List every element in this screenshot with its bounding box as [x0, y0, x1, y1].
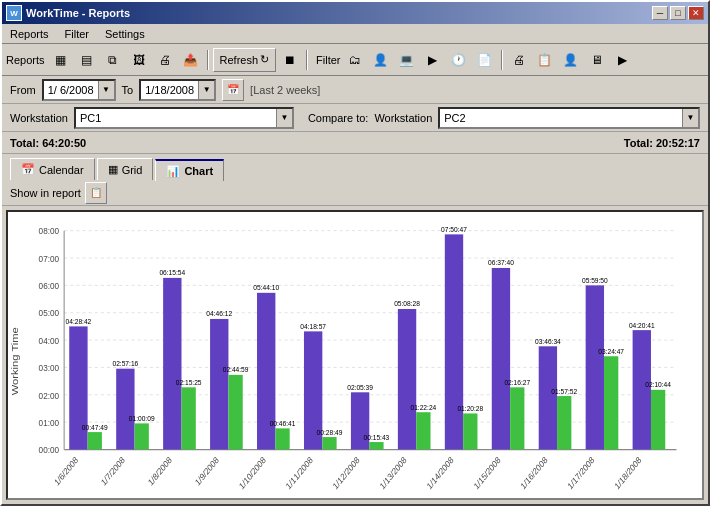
- workstation-bar: Workstation PC1 ▼ Compare to: Workstatio…: [2, 104, 708, 132]
- window-title: WorkTime - Reports: [26, 7, 130, 19]
- close-button[interactable]: ✕: [688, 6, 704, 20]
- bar-pc2-2: [135, 423, 149, 449]
- show-in-report-label: Show in report: [10, 187, 81, 199]
- workstation2-label: Workstation: [374, 112, 432, 124]
- toolbar: Reports ▦ ▤ ⧉ 🖼 🖨 📤 Refresh ↻ ⏹ Filter 🗂…: [2, 44, 708, 76]
- svg-text:05:08:28: 05:08:28: [394, 299, 420, 309]
- bar-pc1-9: [445, 234, 463, 449]
- to-date-combo[interactable]: 1/18/2008 ▼: [139, 79, 216, 101]
- svg-text:01:20:28: 01:20:28: [457, 403, 483, 413]
- svg-text:04:28:42: 04:28:42: [66, 316, 92, 326]
- svg-text:00:00: 00:00: [39, 444, 59, 455]
- bar-pc1-10: [492, 268, 510, 450]
- tb-play-button[interactable]: ▶: [421, 48, 445, 72]
- tb-export-button[interactable]: 📤: [179, 48, 203, 72]
- workstation-arrow[interactable]: ▼: [276, 109, 292, 127]
- svg-text:02:05:39: 02:05:39: [347, 382, 373, 392]
- svg-text:00:47:49: 00:47:49: [82, 422, 108, 432]
- tb-user-button[interactable]: 👤: [559, 48, 583, 72]
- bar-pc2-1: [88, 432, 102, 449]
- svg-text:Working Time: Working Time: [10, 327, 20, 395]
- tb-print-button[interactable]: 🖨: [153, 48, 177, 72]
- svg-text:02:00: 02:00: [39, 390, 59, 401]
- bar-pc1-3: [163, 278, 181, 450]
- svg-text:04:00: 04:00: [39, 335, 59, 346]
- chart-area: 08:00 07:00 06:00 05:00 04:00 03:00 02:0…: [6, 210, 704, 500]
- bar-pc2-13: [651, 390, 665, 450]
- tb-image-button[interactable]: 🖼: [127, 48, 151, 72]
- show-in-report-button[interactable]: 📋: [85, 182, 107, 204]
- bar-pc2-4: [228, 375, 242, 450]
- refresh-label: Refresh: [220, 54, 259, 66]
- svg-text:02:16:27: 02:16:27: [504, 377, 530, 387]
- title-bar: W WorkTime - Reports ─ □ ✕: [2, 2, 708, 24]
- svg-text:08:00: 08:00: [39, 226, 59, 237]
- svg-text:05:00: 05:00: [39, 308, 59, 319]
- workstation-combo[interactable]: PC1 ▼: [74, 107, 294, 129]
- workstation2-combo[interactable]: PC2 ▼: [438, 107, 700, 129]
- bar-pc1-12: [586, 285, 604, 449]
- calendar-picker-button[interactable]: 📅: [222, 79, 244, 101]
- bar-pc1-13: [633, 330, 651, 449]
- toolbar-separator-2: [306, 50, 308, 70]
- svg-text:02:15:25: 02:15:25: [176, 377, 202, 387]
- tb-copy-button[interactable]: ⧉: [101, 48, 125, 72]
- menu-filter[interactable]: Filter: [61, 27, 93, 41]
- tb-doc2-button[interactable]: 📋: [533, 48, 557, 72]
- chart-toolbar: Show in report 📋: [2, 180, 708, 206]
- bar-pc2-11: [557, 396, 571, 449]
- tab-chart[interactable]: 📊 Chart: [155, 159, 224, 181]
- tb-clock-button[interactable]: 🕐: [447, 48, 471, 72]
- from-label: From: [10, 84, 36, 96]
- chart-tab-label: Chart: [184, 165, 213, 177]
- bar-pc2-6: [322, 437, 336, 449]
- svg-text:00:28:49: 00:28:49: [317, 427, 343, 437]
- tb-filter1-button[interactable]: 🗂: [343, 48, 367, 72]
- menu-settings[interactable]: Settings: [101, 27, 149, 41]
- tabs-bar: 📅 Calendar ▦ Grid 📊 Chart: [2, 154, 708, 180]
- menu-bar: Reports Filter Settings: [2, 24, 708, 44]
- workstation2-arrow[interactable]: ▼: [682, 109, 698, 127]
- refresh-button[interactable]: Refresh ↻: [213, 48, 277, 72]
- tb-arrow-button[interactable]: ▶: [611, 48, 635, 72]
- from-date-arrow[interactable]: ▼: [98, 81, 114, 99]
- minimize-button[interactable]: ─: [652, 6, 668, 20]
- title-bar-left: W WorkTime - Reports: [6, 5, 130, 21]
- bar-pc2-10: [510, 387, 524, 449]
- toolbar-separator-1: [207, 50, 209, 70]
- total1: Total: 64:20:50: [10, 137, 624, 149]
- svg-text:05:59:50: 05:59:50: [582, 275, 608, 285]
- tb-doc-button[interactable]: 📄: [473, 48, 497, 72]
- tb-grid1-button[interactable]: ▦: [49, 48, 73, 72]
- chart-svg: 08:00 07:00 06:00 05:00 04:00 03:00 02:0…: [8, 212, 702, 498]
- to-date-value: 1/18/2008: [141, 84, 198, 96]
- chart-tab-icon: 📊: [166, 165, 180, 178]
- tab-calendar[interactable]: 📅 Calendar: [10, 158, 95, 180]
- svg-text:07:00: 07:00: [39, 253, 59, 264]
- svg-text:03:00: 03:00: [39, 362, 59, 373]
- svg-text:02:57:16: 02:57:16: [112, 359, 138, 369]
- to-date-arrow[interactable]: ▼: [198, 81, 214, 99]
- tb-print2-button[interactable]: 🖨: [507, 48, 531, 72]
- menu-reports[interactable]: Reports: [6, 27, 53, 41]
- tb-filter2-button[interactable]: 👤: [369, 48, 393, 72]
- svg-text:04:20:41: 04:20:41: [629, 320, 655, 330]
- bar-pc2-12: [604, 356, 618, 449]
- last-weeks-label: [Last 2 weeks]: [250, 84, 320, 96]
- tab-grid[interactable]: ▦ Grid: [97, 158, 154, 180]
- bar-pc1-4: [210, 319, 228, 450]
- compare-to-label: Compare to:: [308, 112, 369, 124]
- to-label: To: [122, 84, 134, 96]
- tb-grid2-button[interactable]: ▤: [75, 48, 99, 72]
- main-window: W WorkTime - Reports ─ □ ✕ Reports Filte…: [0, 0, 710, 506]
- from-date-combo[interactable]: 1/ 6/2008 ▼: [42, 79, 116, 101]
- grid-tab-icon: ▦: [108, 163, 118, 176]
- svg-text:04:46:12: 04:46:12: [206, 309, 232, 319]
- tb-pc-button[interactable]: 💻: [395, 48, 419, 72]
- tb-monitor-button[interactable]: 🖥: [585, 48, 609, 72]
- maximize-button[interactable]: □: [670, 6, 686, 20]
- refresh-icon: ↻: [260, 53, 269, 66]
- tb-stop-button[interactable]: ⏹: [278, 48, 302, 72]
- svg-text:06:00: 06:00: [39, 280, 59, 291]
- svg-text:03:46:34: 03:46:34: [535, 336, 561, 346]
